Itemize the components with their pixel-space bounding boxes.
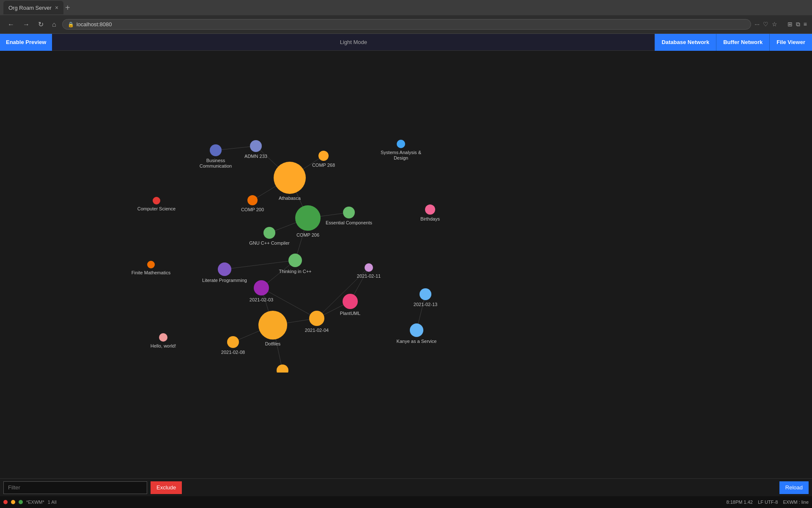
- split-view[interactable]: ⧉: [796, 21, 800, 28]
- tab-close-button[interactable]: ×: [55, 4, 58, 11]
- status-encoding: LF UTF-8: [758, 500, 778, 505]
- address-bar[interactable]: 🔒: [62, 19, 751, 30]
- svg-point-42: [277, 364, 288, 373]
- filter-input[interactable]: [3, 481, 147, 494]
- active-tab[interactable]: Org Roam Server ×: [3, 1, 63, 14]
- workspace-label: *EXWM*: [26, 500, 44, 505]
- node-essential-components[interactable]: Essential Components: [326, 207, 373, 225]
- node-comp-206[interactable]: COMP 206: [295, 205, 321, 237]
- home-button[interactable]: ⌂: [49, 19, 59, 30]
- new-tab-button[interactable]: +: [65, 3, 70, 13]
- svg-point-31: [147, 261, 155, 268]
- status-time: 8:18PM 1.42: [727, 500, 753, 505]
- node-business-comm[interactable]: BusinessCommunication: [200, 144, 232, 168]
- exclude-button[interactable]: Exclude: [151, 481, 182, 494]
- database-network-button[interactable]: Database Network: [655, 34, 716, 51]
- svg-point-36: [343, 294, 358, 309]
- status-left: *EXWM* 1 All: [3, 500, 57, 505]
- browser-nav: ← → ↻ ⌂ 🔒 ··· ♡ ☆ ⊞ ⧉ ≡: [0, 15, 812, 34]
- svg-point-39: [227, 336, 239, 348]
- status-dot-green: [19, 500, 23, 504]
- node-hello-world[interactable]: Hello, world!: [151, 333, 176, 348]
- svg-point-25: [247, 195, 258, 205]
- node-birthdays[interactable]: Birthdays: [420, 204, 440, 221]
- star-icon[interactable]: ☆: [772, 21, 777, 28]
- svg-point-22: [274, 162, 306, 194]
- node-label-business-comm-1: Communication: [200, 163, 232, 168]
- svg-point-32: [218, 262, 231, 276]
- desktop-label: 1 All: [48, 500, 57, 505]
- menu-icon[interactable]: ≡: [804, 21, 807, 28]
- app-toolbar: Enable Preview Light Mode Database Netwo…: [0, 34, 812, 51]
- node-thinking-cpp[interactable]: Thinking in C++: [279, 254, 311, 274]
- node-label-systems-analysis-0: Systems Analysis &: [381, 150, 422, 155]
- node-athabasca[interactable]: Athabasca: [274, 162, 306, 201]
- svg-point-35: [420, 288, 431, 300]
- svg-point-38: [309, 311, 324, 326]
- url-input[interactable]: [77, 21, 746, 28]
- light-mode-label: Light Mode: [340, 39, 367, 45]
- forward-button[interactable]: →: [20, 19, 32, 30]
- svg-point-34: [365, 263, 373, 272]
- refresh-button[interactable]: ↻: [36, 19, 46, 30]
- bookmark-icon[interactable]: ♡: [763, 21, 768, 28]
- svg-point-37: [258, 311, 287, 340]
- browser-chrome: Org Roam Server × + ← → ↻ ⌂ 🔒 ··· ♡ ☆ ⊞ …: [0, 0, 812, 34]
- svg-point-29: [263, 227, 275, 239]
- node-admn-233[interactable]: ADMN 233: [244, 140, 267, 159]
- svg-point-20: [250, 140, 262, 152]
- node-label-hello-world: Hello, world!: [151, 343, 176, 348]
- node-comp-200[interactable]: COMP 200: [241, 195, 264, 212]
- node-label-gnu-cpp: GNU C++ Compiler: [249, 240, 290, 246]
- svg-point-41: [410, 323, 423, 337]
- node-2021-02-08[interactable]: 2021-02-08: [221, 336, 245, 355]
- buffer-network-button[interactable]: Buffer Network: [716, 34, 770, 51]
- nav-right-buttons: ··· ♡ ☆ ⊞ ⧉ ≡: [754, 21, 807, 28]
- node-label-comp-206: COMP 206: [296, 232, 319, 237]
- node-computer-science[interactable]: Computer Science: [137, 197, 176, 211]
- node-label-birthdays: Birthdays: [420, 216, 440, 221]
- node-2021-02-11[interactable]: 2021-02-11: [357, 263, 381, 279]
- node-label-essential-components: Essential Components: [326, 220, 373, 225]
- back-button[interactable]: ←: [5, 19, 17, 30]
- node-label-2021-02-04: 2021-02-04: [305, 328, 329, 333]
- status-dot-red: [3, 500, 8, 504]
- more-button[interactable]: ···: [754, 21, 760, 28]
- node-label-literate-prog: Literate Programming: [202, 278, 247, 283]
- filter-bar: Exclude Reload: [0, 478, 812, 496]
- svg-point-40: [159, 333, 167, 342]
- node-label-computer-science: Computer Science: [137, 206, 176, 211]
- svg-point-30: [288, 254, 302, 267]
- toolbar-right: Database Network Buffer Network File Vie…: [655, 34, 812, 51]
- reload-button[interactable]: Reload: [779, 481, 809, 494]
- node-label-comp-200: COMP 200: [241, 207, 264, 212]
- svg-point-23: [397, 140, 405, 148]
- node-comp-268[interactable]: COMP 268: [312, 151, 335, 168]
- node-2021-02-13[interactable]: 2021-02-13: [414, 288, 437, 307]
- node-label-2021-02-08: 2021-02-08: [221, 350, 245, 355]
- node-dotfiles[interactable]: Dotfiles: [258, 311, 287, 346]
- status-right: 8:18PM 1.42 LF UTF-8 EXWM : line: [727, 500, 809, 505]
- svg-point-24: [153, 197, 160, 204]
- node-finite-math[interactable]: Finite Mathematics: [132, 261, 171, 275]
- enable-preview-button[interactable]: Enable Preview: [0, 34, 52, 51]
- node-label-2021-02-13: 2021-02-13: [414, 302, 437, 307]
- node-label-finite-math: Finite Mathematics: [132, 270, 171, 275]
- svg-point-27: [343, 207, 355, 218]
- node-label-thinking-cpp: Thinking in C++: [279, 269, 311, 274]
- node-label-plantUML: PlantUML: [340, 311, 360, 316]
- svg-point-19: [210, 144, 222, 156]
- node-literate-prog[interactable]: Literate Programming: [202, 262, 247, 283]
- node-systems-analysis[interactable]: Systems Analysis &Design: [381, 140, 422, 160]
- node-label-kanye: Kanye as a Service: [397, 339, 437, 344]
- node-2021-02-03[interactable]: 2021-02-03: [250, 280, 273, 302]
- file-viewer-button[interactable]: File Viewer: [770, 34, 812, 51]
- node-gnu-cpp[interactable]: GNU C++ Compiler: [249, 227, 290, 246]
- sidebar-toggle[interactable]: ⊞: [787, 21, 793, 28]
- tab-title: Org Roam Server: [8, 5, 52, 11]
- node-label-2021-02-11: 2021-02-11: [357, 273, 381, 279]
- node-label-systems-analysis-1: Design: [394, 155, 408, 160]
- node-immutable-emacs[interactable]: Immutable Emacs: [264, 364, 302, 373]
- network-graph: BusinessCommunicationADMN 233COMP 268Ath…: [0, 51, 812, 373]
- node-kanye[interactable]: Kanye as a Service: [397, 323, 437, 344]
